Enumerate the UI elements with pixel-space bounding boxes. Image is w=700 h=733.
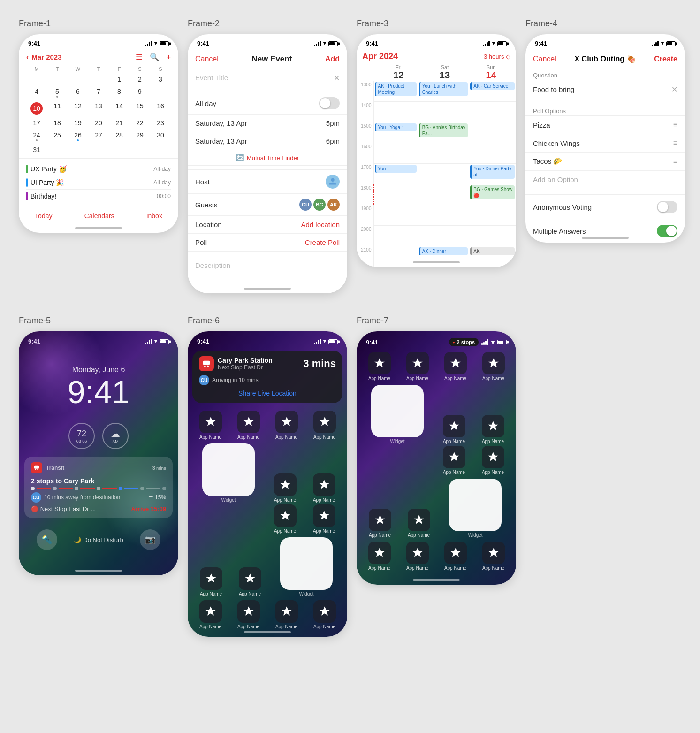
flashlight-button[interactable]: 🔦	[37, 529, 57, 550]
camera-button[interactable]: 📷	[140, 529, 160, 550]
cell-sat-1500[interactable]: BG · Annies Birthday Pa...	[418, 122, 469, 143]
location-row[interactable]: Location Add location	[188, 216, 347, 234]
app-icon[interactable]	[199, 600, 222, 623]
multiple-toggle[interactable]	[657, 225, 677, 237]
app-icon[interactable]	[444, 542, 467, 564]
guests-row[interactable]: Guests CU BG AK	[188, 194, 347, 216]
add-button[interactable]: Add	[325, 55, 340, 63]
anonymous-toggle[interactable]	[657, 201, 677, 213]
cell-sat-1300[interactable]: You · Lunch with Charles	[418, 81, 469, 102]
cell-sat-2000[interactable]	[418, 226, 469, 246]
cell-fri-2100[interactable]	[373, 246, 418, 267]
transit-notification[interactable]: Transit 3mins 2 stops to Cary Park	[24, 457, 173, 518]
app-icon[interactable]	[274, 504, 297, 527]
search-icon[interactable]: 🔍	[150, 53, 159, 61]
cal-cell[interactable]: 28	[109, 130, 129, 143]
app-icon[interactable]	[482, 415, 504, 437]
add-location-link[interactable]: Add location	[301, 221, 340, 229]
share-location[interactable]: Share Live Location	[199, 389, 336, 397]
cal-cell[interactable]: 20	[88, 117, 109, 129]
cal-cell[interactable]	[68, 144, 88, 155]
widget-large[interactable]	[202, 443, 255, 496]
event-ux-party[interactable]: UX Party 🥳 All-day	[26, 162, 171, 176]
app-icon[interactable]	[369, 509, 391, 531]
event-you[interactable]: You	[375, 165, 417, 173]
cal-cell[interactable]: 18	[47, 117, 68, 129]
cal-cell[interactable]	[88, 144, 109, 155]
cell-sun-2000[interactable]	[469, 226, 516, 246]
reorder-icon[interactable]: ≡	[673, 139, 677, 147]
app-icon[interactable]	[274, 473, 297, 496]
app-icon[interactable]	[482, 352, 505, 374]
app-icon[interactable]	[482, 446, 504, 468]
start-date-row[interactable]: Saturday, 13 Apr 5pm	[188, 115, 347, 132]
cal-cell[interactable]	[109, 144, 129, 155]
event-ui-party[interactable]: UI Party 🎉 All-day	[26, 176, 171, 190]
cal-cell[interactable]: 26	[68, 130, 88, 143]
event-birthday-party[interactable]: BG · Annies Birthday Pa...	[419, 123, 468, 137]
clear-icon[interactable]: ✕	[334, 74, 340, 83]
live-activity-pill[interactable]: ● 2 stops	[449, 338, 479, 346]
cal-cell[interactable]: 3	[150, 74, 171, 85]
cal-cell[interactable]: 31	[26, 144, 47, 155]
app-icon[interactable]	[313, 473, 335, 496]
question-field[interactable]: Food to bring ✕	[525, 80, 685, 99]
cell-fri-1600[interactable]	[373, 143, 418, 164]
cal-cell[interactable]: 2	[129, 74, 150, 85]
cal-cell[interactable]: 15	[129, 100, 150, 116]
cal-cell[interactable]: 25	[47, 130, 68, 143]
event-birthday[interactable]: Birthday! 00:00	[26, 190, 171, 203]
cal-cell[interactable]: 22	[129, 117, 150, 129]
cal-cell[interactable]	[150, 144, 171, 155]
app-icon[interactable]	[275, 411, 298, 433]
app-icon[interactable]	[200, 567, 222, 590]
event-dinner-party[interactable]: You · Dinner Party at ...	[470, 165, 515, 179]
cal-cell[interactable]: 9	[129, 86, 150, 99]
cal-cell[interactable]	[68, 74, 88, 85]
create-poll-link[interactable]: Create Poll	[305, 238, 340, 246]
cell-sat-1600[interactable]	[418, 143, 469, 164]
cal-cell[interactable]: 27	[88, 130, 109, 143]
cal-cell[interactable]	[47, 74, 68, 85]
app-icon[interactable]	[368, 542, 391, 564]
cal-cell[interactable]	[88, 74, 109, 85]
reorder-icon[interactable]: ≡	[673, 121, 677, 129]
widget-large-2[interactable]	[449, 479, 502, 531]
cell-sun-1800[interactable]: BG · Games Show 🔴	[469, 184, 516, 205]
cal-cell[interactable]	[26, 74, 47, 85]
cell-fri-2000[interactable]	[373, 226, 418, 246]
cal-cell[interactable]: 24	[26, 130, 47, 143]
cell-fri-1900[interactable]	[373, 205, 418, 226]
app-icon[interactable]	[482, 542, 505, 564]
app-icon[interactable]	[406, 352, 429, 374]
cal-cell[interactable]: 13	[88, 100, 109, 116]
cal-cell[interactable]: 7	[88, 86, 109, 99]
app-icon[interactable]	[408, 509, 430, 531]
cal-cell[interactable]: 1	[109, 74, 129, 85]
app-icon[interactable]	[237, 411, 260, 433]
tab-calendars[interactable]: Calendars	[84, 212, 114, 220]
cal-cell[interactable]: 12	[68, 100, 88, 116]
cal-cell[interactable]: 17	[26, 117, 47, 129]
add-event-icon[interactable]: +	[167, 53, 171, 61]
app-icon[interactable]	[239, 567, 261, 590]
add-option[interactable]: Add an Option	[525, 171, 685, 189]
event-yoga[interactable]: You · Yoga ↑	[375, 123, 417, 131]
cell-fri-1400[interactable]	[373, 102, 418, 122]
cell-sun-1700[interactable]: You · Dinner Party at ...	[469, 164, 516, 184]
event-lunch[interactable]: You · Lunch with Charles	[419, 82, 468, 96]
mutual-time-finder[interactable]: 🔄 Mutual Time Finder	[188, 150, 347, 165]
cal-cell[interactable]: 21	[109, 117, 129, 129]
event-games-show[interactable]: BG · Games Show 🔴	[470, 185, 515, 199]
cell-sun-1300[interactable]: AK · Car Service	[469, 81, 516, 102]
app-icon[interactable]	[443, 415, 465, 437]
cal-cell[interactable]: 30	[150, 130, 171, 143]
cell-sat-1900[interactable]	[418, 205, 469, 226]
create-button[interactable]: Create	[654, 55, 677, 63]
app-icon[interactable]	[199, 411, 222, 433]
cal-cell[interactable]: 19	[68, 117, 88, 129]
cal-cell[interactable]: 4	[26, 86, 47, 99]
host-row[interactable]: Host	[188, 170, 347, 194]
all-day-toggle[interactable]	[319, 97, 340, 109]
cal-cell[interactable]	[129, 144, 150, 155]
